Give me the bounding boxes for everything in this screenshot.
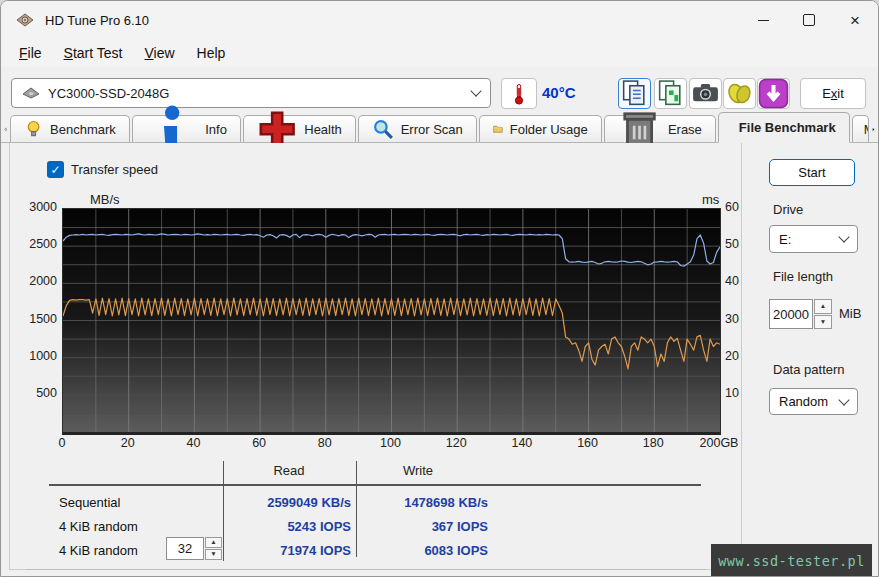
axis-tick-label: 80 [295, 436, 355, 450]
queue-depth-up-button[interactable]: ▲ [205, 537, 222, 548]
gloves-icon [724, 78, 755, 109]
maximize-button[interactable] [786, 1, 832, 39]
file-length-up-button[interactable]: ▲ [814, 299, 832, 314]
drive-selector-combobox[interactable]: YC3000-SSD-2048G [11, 78, 491, 108]
copy-export-icon [655, 78, 686, 109]
axis-tick-label: 10 [725, 386, 759, 400]
window-title: HD Tune Pro 6.10 [45, 13, 149, 28]
menu-start-test[interactable]: Start Test [54, 42, 133, 64]
tab-strip: Benchmark Info Health Error Scan Folder … [1, 113, 878, 143]
temperature-button[interactable] [501, 78, 537, 109]
drive-label: Drive [773, 202, 803, 217]
menu-file[interactable]: File [9, 42, 52, 64]
tab-folder-usage[interactable]: Folder Usage [479, 115, 602, 142]
data-pattern-label: Data pattern [773, 362, 845, 377]
axis-tick-label: 140 [492, 436, 552, 450]
screenshot-button[interactable] [689, 78, 722, 109]
menu-view[interactable]: View [134, 42, 184, 64]
row-label-4kib-random-qd: 4 KiB random [59, 543, 138, 558]
drive-selector-value: YC3000-SSD-2048G [48, 86, 169, 101]
file-length-input[interactable]: 20000 [769, 299, 813, 329]
queue-depth-down-button[interactable]: ▼ [205, 549, 222, 560]
tab-erase[interactable]: Erase [604, 115, 716, 142]
tab-label: Benchmark [50, 122, 116, 137]
drive-icon [22, 86, 40, 100]
download-button[interactable] [757, 78, 790, 109]
axis-tick-label: 40 [163, 436, 223, 450]
file-length-unit: MiB [839, 306, 861, 321]
tab-scroll-left-button[interactable] [3, 116, 8, 142]
tab-label: Info [205, 122, 227, 137]
menu-help[interactable]: Help [187, 42, 236, 64]
axis-tick-label: 40 [725, 274, 759, 288]
download-icon [758, 78, 789, 109]
tab-error-scan[interactable]: Error Scan [358, 115, 477, 142]
axis-tick-label: 180 [623, 436, 683, 450]
copy-to-file-button[interactable] [654, 78, 687, 109]
random-write-value: 367 IOPS [368, 519, 488, 534]
drive-select[interactable]: E: [769, 225, 858, 253]
file-length-label: File length [773, 269, 833, 284]
axis-tick-label: 20 [98, 436, 158, 450]
tab-health[interactable]: Health [243, 115, 356, 142]
temperature-value: 40°C [542, 84, 576, 101]
table-separator [223, 461, 224, 561]
start-button[interactable]: Start [769, 159, 855, 186]
tab-label: Health [304, 122, 342, 137]
titlebar: HD Tune Pro 6.10 × [1, 1, 878, 39]
close-icon: × [850, 12, 860, 29]
sequential-read-value: 2599049 KB/s [231, 495, 351, 510]
close-button[interactable]: × [832, 1, 878, 39]
tab-label: File Benchmark [739, 120, 836, 135]
chevron-down-icon [838, 231, 849, 242]
hdtune-window: HD Tune Pro 6.10 × File Start Test View … [0, 0, 879, 577]
tab-label: Erase [668, 122, 702, 137]
thermometer-icon [511, 83, 527, 105]
arrow-left-icon [3, 127, 8, 132]
transfer-speed-chart [62, 208, 721, 435]
axis-tick-label: 0 [32, 436, 92, 450]
y-axis-left-unit: MB/s [90, 192, 120, 207]
queue-depth-input[interactable]: 32 [166, 537, 204, 560]
tab-label: Folder Usage [510, 122, 588, 137]
tab-file-benchmark[interactable]: File Benchmark [718, 112, 850, 143]
axis-tick-label: 200GB [689, 436, 749, 450]
row-label-sequential: Sequential [59, 495, 120, 510]
bulb-icon [24, 119, 43, 138]
file-benchmark-page: ✓ Transfer speed MB/s ms 300025002000150… [1, 143, 879, 577]
drive-select-value: E: [779, 232, 791, 247]
axis-tick-label: 3000 [15, 200, 57, 214]
data-pattern-select[interactable]: Random [769, 388, 858, 415]
axis-tick-label: 100 [361, 436, 421, 450]
tab-benchmark[interactable]: Benchmark [10, 115, 130, 142]
transfer-speed-checkbox[interactable]: ✓ [47, 161, 64, 178]
camera-icon [690, 78, 721, 109]
minimize-icon [758, 20, 769, 21]
chevron-down-icon [470, 85, 481, 96]
axis-tick-label: 1500 [15, 312, 57, 326]
random-qd-read-value: 71974 IOPS [231, 543, 351, 558]
watermark: www.ssd-tester.pl [711, 544, 872, 577]
app-icon [15, 10, 35, 30]
magnifier-icon [372, 118, 394, 140]
axis-tick-label: 20 [725, 349, 759, 363]
sequential-write-value: 1478698 KB/s [368, 495, 488, 510]
tab-disk-monitor-partial[interactable]: M. [852, 115, 869, 142]
exit-button[interactable]: Exit [800, 78, 866, 109]
axis-tick-label: 30 [725, 312, 759, 326]
copy-icon [619, 78, 650, 109]
row-label-4kib-random: 4 KiB random [59, 519, 138, 534]
tab-scroll-right-button[interactable] [871, 116, 876, 142]
write-column-header: Write [368, 463, 468, 478]
axis-tick-label: 1000 [15, 349, 57, 363]
file-length-down-button[interactable]: ▼ [814, 315, 832, 330]
minimize-button[interactable] [740, 1, 786, 39]
tab-info[interactable]: Info [132, 115, 241, 142]
menubar: File Start Test View Help [1, 39, 878, 68]
copy-to-clipboard-button[interactable] [618, 78, 651, 109]
axis-tick-label: 50 [725, 237, 759, 251]
folder-icon [493, 124, 503, 134]
gloves-button[interactable] [723, 78, 756, 109]
read-column-header: Read [239, 463, 339, 478]
axis-tick-label: 2500 [15, 237, 57, 251]
